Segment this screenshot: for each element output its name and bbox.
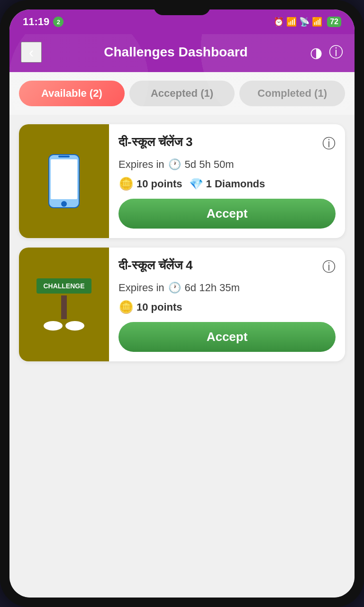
sign-illustration: CHALLENGE (36, 278, 91, 331)
expires-label-1: Expires in (118, 158, 164, 171)
content-area: दी-स्कूल चॅलेंज 3 ⓘ Expires in 🕐 5d 5h 5… (9, 115, 355, 598)
card-image-1 (19, 124, 109, 238)
challenge-title-2: दी-स्कूल चॅलेंज 4 (118, 258, 318, 273)
card-rewards-2: 🪙 10 points (118, 300, 336, 314)
card-content-1: दी-स्कूल चॅलेंज 3 ⓘ Expires in 🕐 5d 5h 5… (109, 124, 345, 238)
header-title: Challenges Dashboard (104, 45, 247, 60)
reward-points-1: 🪙 10 points (118, 176, 182, 191)
sign-post (61, 295, 67, 319)
tab-accepted[interactable]: Accepted (1) (129, 81, 235, 106)
expires-label-2: Expires in (118, 282, 164, 294)
expires-value-2: 6d 12h 35m (185, 282, 240, 294)
card-content-2: दी-स्कूल चॅलेंज 4 ⓘ Expires in 🕐 6d 12h … (109, 248, 345, 361)
svg-rect-1 (51, 159, 77, 199)
notification-badge: 2 (53, 17, 64, 27)
header-icons: ◑ ⓘ (310, 43, 343, 62)
pie-chart-icon[interactable]: ◑ (310, 44, 322, 61)
sign-base (44, 321, 84, 331)
challenge-info-btn-1[interactable]: ⓘ (322, 135, 336, 153)
accept-button-1[interactable]: Accept (118, 199, 336, 229)
diamonds-label-1: 1 Diamonds (206, 178, 265, 190)
points-label-2: 10 points (136, 301, 182, 313)
challenge-title-1: दी-स्कूल चॅलेंज 3 (118, 135, 318, 149)
status-icons: ⏰ 📶 📡 📶 (273, 17, 322, 27)
tab-bar: Available (2) Accepted (1) Completed (1) (9, 72, 355, 115)
reward-points-2: 🪙 10 points (118, 300, 182, 314)
clock-icon-2: 🕐 (168, 282, 181, 294)
coin-icon-2: 🪙 (118, 300, 134, 314)
accept-button-2[interactable]: Accept (118, 322, 336, 352)
cloud-puff-2 (65, 321, 84, 331)
clock-icon-1: 🕐 (168, 158, 181, 171)
diamond-icon-1: 💎 (189, 177, 203, 191)
reward-diamonds-1: 💎 1 Diamonds (189, 177, 265, 191)
card-image-2: CHALLENGE (19, 248, 109, 361)
battery-badge: 72 (327, 17, 341, 27)
coin-icon-1: 🪙 (118, 176, 134, 191)
svg-rect-3 (58, 156, 70, 157)
expires-value-1: 5d 5h 50m (185, 158, 234, 171)
tab-completed[interactable]: Completed (1) (239, 81, 345, 106)
challenge-card-1: दी-स्कूल चॅलेंज 3 ⓘ Expires in 🕐 5d 5h 5… (19, 124, 345, 238)
challenge-info-btn-2[interactable]: ⓘ (322, 258, 336, 276)
challenge-card-2: CHALLENGE दी-स्कूल चॅलेंज 4 ⓘ Exp (19, 248, 345, 361)
status-time: 11:19 (23, 16, 49, 28)
back-button[interactable]: ‹ (21, 42, 42, 63)
card-top-1: दी-स्कूल चॅलेंज 3 ⓘ (118, 135, 336, 153)
cloud-puff-1 (44, 321, 63, 331)
tab-available[interactable]: Available (2) (19, 81, 125, 106)
sign-board: CHALLENGE (36, 278, 91, 294)
app-header: ‹ Challenges Dashboard ◑ ⓘ (9, 34, 355, 72)
card-top-2: दी-स्कूल चॅलेंज 4 ⓘ (118, 258, 336, 276)
card-expires-2: Expires in 🕐 6d 12h 35m (118, 282, 336, 294)
status-right: ⏰ 📶 📡 📶 72 (273, 17, 341, 27)
card-expires-1: Expires in 🕐 5d 5h 50m (118, 158, 336, 171)
card-rewards-1: 🪙 10 points 💎 1 Diamonds (118, 176, 336, 191)
phone-illustration (45, 153, 83, 210)
status-left: 11:19 2 (23, 16, 64, 28)
info-icon[interactable]: ⓘ (329, 43, 343, 62)
svg-point-2 (61, 201, 67, 207)
points-label-1: 10 points (136, 178, 182, 190)
